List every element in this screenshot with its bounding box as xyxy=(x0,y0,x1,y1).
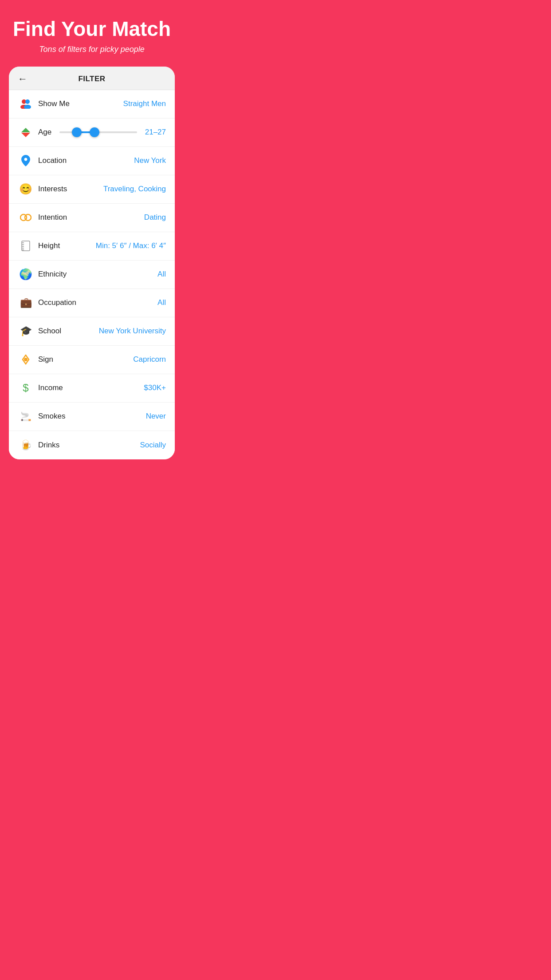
height-icon xyxy=(18,241,34,251)
back-button[interactable]: ← xyxy=(18,73,28,85)
drinks-label: Drinks xyxy=(38,441,140,450)
ethnicity-value: All xyxy=(157,270,166,279)
smokes-icon: 🚬 xyxy=(18,411,34,422)
filter-row-intention[interactable]: Intention Dating xyxy=(9,204,175,232)
filter-row-smokes[interactable]: 🚬 Smokes Never xyxy=(9,403,175,431)
sign-icon xyxy=(18,354,34,365)
height-value: Min: 5′ 6″ / Max: 6′ 4″ xyxy=(96,241,166,250)
filter-row-sign[interactable]: Sign Capricorn xyxy=(9,346,175,374)
age-sort-icon xyxy=(18,128,34,137)
location-value: New York xyxy=(134,156,166,165)
sign-value: Capricorn xyxy=(133,355,166,364)
intention-value: Dating xyxy=(144,213,166,222)
intention-label: Intention xyxy=(38,213,144,222)
filter-row-occupation[interactable]: 💼 Occupation All xyxy=(9,289,175,317)
occupation-label: Occupation xyxy=(38,298,157,307)
occupation-value: All xyxy=(157,298,166,307)
filter-row-location[interactable]: Location New York xyxy=(9,147,175,175)
smokes-label: Smokes xyxy=(38,412,146,421)
filter-row-age[interactable]: Age 21–27 xyxy=(9,119,175,147)
school-value: New York University xyxy=(99,327,166,336)
height-label: Height xyxy=(38,241,96,250)
sign-label: Sign xyxy=(38,355,133,364)
filter-row-drinks[interactable]: 🍺 Drinks Socially xyxy=(9,431,175,459)
age-label: Age xyxy=(38,128,51,137)
main-title: Find Your Match xyxy=(13,18,171,40)
interests-value: Traveling, Cooking xyxy=(103,185,166,194)
svg-point-5 xyxy=(25,214,31,221)
people-icon xyxy=(18,99,34,109)
school-label: School xyxy=(38,327,99,336)
drinks-value: Socially xyxy=(140,441,166,450)
school-icon: 🎓 xyxy=(18,325,34,337)
show-me-value: Straight Men xyxy=(123,99,166,108)
main-subtitle: Tons of filters for picky people xyxy=(39,45,144,54)
location-icon xyxy=(18,155,34,166)
interests-icon: 😊 xyxy=(18,183,34,195)
filter-row-ethnicity[interactable]: 🌍 Ethnicity All xyxy=(9,261,175,289)
filter-row-height[interactable]: Height Min: 5′ 6″ / Max: 6′ 4″ xyxy=(9,232,175,261)
smokes-value: Never xyxy=(146,412,166,421)
filter-list: Show Me Straight Men Age 21–27 xyxy=(9,90,175,459)
svg-point-1 xyxy=(25,99,30,104)
occupation-icon: 💼 xyxy=(18,297,34,308)
income-label: Income xyxy=(38,383,144,392)
intention-icon xyxy=(18,213,34,221)
filter-row-income[interactable]: $ Income $30K+ xyxy=(9,374,175,403)
card-title: FILTER xyxy=(78,75,105,83)
interests-label: Interests xyxy=(38,185,103,194)
income-icon: $ xyxy=(18,382,34,394)
age-value: 21–27 xyxy=(145,128,166,137)
location-label: Location xyxy=(38,156,134,165)
filter-card: ← FILTER Show Me Straight Men xyxy=(9,67,175,459)
age-slider[interactable] xyxy=(59,128,137,137)
ethnicity-icon: 🌍 xyxy=(18,268,34,281)
filter-row-show-me[interactable]: Show Me Straight Men xyxy=(9,90,175,119)
filter-row-school[interactable]: 🎓 School New York University xyxy=(9,317,175,346)
ethnicity-label: Ethnicity xyxy=(38,270,157,279)
drinks-icon: 🍺 xyxy=(18,439,34,451)
card-header: ← FILTER xyxy=(9,67,175,90)
filter-row-interests[interactable]: 😊 Interests Traveling, Cooking xyxy=(9,175,175,204)
show-me-label: Show Me xyxy=(38,99,123,108)
income-value: $30K+ xyxy=(144,383,166,392)
svg-point-12 xyxy=(24,358,28,361)
